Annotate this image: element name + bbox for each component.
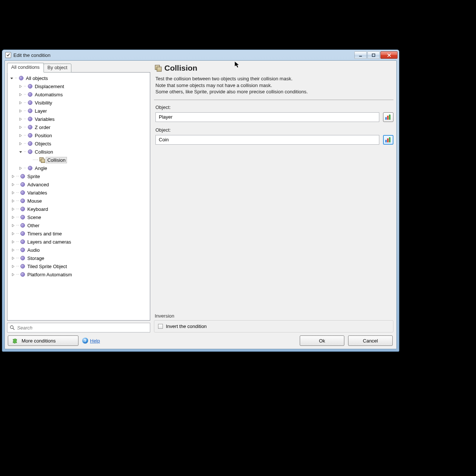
detail-heading: Collision (164, 64, 197, 73)
bullet-icon (20, 182, 25, 187)
tab-by-object[interactable]: By object (44, 64, 71, 73)
puzzle-icon (12, 338, 18, 344)
search-input[interactable] (17, 325, 148, 331)
bullet-icon (28, 117, 32, 121)
caret-right-icon[interactable] (11, 273, 15, 277)
caret-right-icon[interactable] (11, 232, 15, 236)
divider (154, 100, 393, 100)
left-panel: All conditions By object ·· All objects … (7, 63, 150, 332)
ok-button[interactable]: Ok (300, 335, 344, 346)
caret-right-icon[interactable] (11, 248, 15, 252)
caret-right-icon[interactable] (11, 183, 15, 187)
caret-right-icon[interactable] (19, 117, 23, 121)
object1-picker-button[interactable] (383, 112, 393, 122)
bullet-icon (28, 84, 32, 89)
close-button[interactable] (380, 51, 398, 59)
caret-right-icon[interactable] (11, 223, 15, 228)
caret-right-icon[interactable] (11, 256, 15, 260)
tree-node-variables2[interactable]: Variables (26, 190, 49, 196)
tree-node-displacement[interactable]: Displacement (33, 83, 66, 90)
caret-right-icon[interactable] (19, 142, 23, 146)
window-controls (354, 51, 398, 59)
caret-right-icon[interactable] (19, 93, 23, 97)
tree-node-mouse[interactable]: Mouse (26, 198, 44, 204)
tree-node-storage[interactable]: Storage (26, 255, 46, 261)
caret-right-icon[interactable] (11, 215, 15, 219)
svg-rect-0 (359, 56, 362, 57)
bullet-icon (28, 125, 32, 129)
tree-leaf-collision[interactable]: Collision (46, 157, 67, 163)
tree-node-advanced[interactable]: Advanced (26, 181, 51, 188)
detail-description: Test the collision between two objects u… (154, 73, 393, 98)
collision-icon (39, 157, 45, 163)
caret-down-icon[interactable] (10, 76, 14, 80)
svg-line-3 (13, 328, 15, 330)
minimize-button[interactable] (354, 51, 367, 59)
caret-right-icon[interactable] (11, 207, 15, 211)
invert-checkbox[interactable] (158, 324, 163, 329)
window-body: All conditions By object ·· All objects … (4, 60, 397, 349)
tree-node-collision[interactable]: Collision (33, 149, 55, 155)
tree-node-visibility[interactable]: Visibility (33, 100, 54, 106)
right-panel: Collision Test the collision between two… (154, 63, 393, 332)
bullet-icon (28, 149, 32, 154)
caret-right-icon[interactable] (11, 264, 15, 268)
bullet-icon (20, 223, 25, 228)
caret-right-icon[interactable] (11, 199, 15, 203)
bullet-icon (28, 141, 32, 146)
bullet-icon (20, 248, 25, 252)
invert-label[interactable]: Invert the condition (166, 324, 207, 329)
cancel-button[interactable]: Cancel (348, 335, 393, 346)
more-conditions-button[interactable]: More conditions (8, 335, 78, 346)
titlebar[interactable]: Edit the condition (2, 50, 399, 60)
tree-node-timers[interactable]: Timers and time (26, 231, 64, 237)
svg-rect-1 (372, 54, 375, 56)
dialog-footer: More conditions ? Help Ok Cancel (5, 333, 396, 349)
tree-node-layers[interactable]: Layers and cameras (26, 239, 73, 245)
tree-node-keyboard[interactable]: Keyboard (26, 206, 50, 212)
tree-node-angle[interactable]: Angle (33, 165, 49, 171)
tree-node-scene[interactable]: Scene (26, 214, 43, 221)
tree-node-position[interactable]: Position (33, 132, 54, 139)
tab-all-conditions[interactable]: All conditions (7, 63, 44, 73)
caret-right-icon[interactable] (11, 191, 15, 195)
caret-right-icon[interactable] (19, 125, 23, 129)
bullet-icon (28, 109, 32, 113)
object-picker-icon (385, 137, 391, 142)
tree-node-variables[interactable]: Variables (33, 116, 56, 122)
help-link[interactable]: ? Help (82, 338, 100, 344)
caret-right-icon[interactable] (19, 109, 23, 113)
tree-node-objects[interactable]: Objects (33, 141, 53, 147)
bullet-icon (28, 100, 32, 105)
bullet-icon (28, 133, 32, 138)
caret-right-icon[interactable] (19, 101, 23, 105)
tree-node-audio[interactable]: Audio (26, 247, 41, 253)
tree-node-other[interactable]: Other (26, 222, 41, 229)
conditions-tree[interactable]: ·· All objects ··Displacement ··Automati… (7, 72, 150, 321)
search-box[interactable] (7, 323, 150, 332)
tree-node-zorder[interactable]: Z order (33, 124, 52, 131)
caret-right-icon[interactable] (19, 166, 23, 170)
bullet-icon (20, 272, 25, 277)
caret-down-icon[interactable] (19, 150, 23, 154)
search-icon (10, 325, 15, 330)
caret-right-icon[interactable] (11, 174, 15, 178)
maximize-button[interactable] (367, 51, 380, 59)
tree-node-platform[interactable]: Platform Automatism (26, 271, 74, 278)
object2-input[interactable] (155, 135, 379, 145)
object-picker-icon (385, 115, 391, 120)
caret-right-icon[interactable] (11, 240, 15, 244)
caret-right-icon[interactable] (19, 134, 23, 138)
field2-label: Object: (155, 127, 393, 133)
tree-node-all-objects[interactable]: All objects (25, 75, 49, 81)
object2-picker-button[interactable] (383, 135, 393, 145)
tree-node-layer[interactable]: Layer (33, 108, 49, 114)
tree-dots: ·· (15, 76, 18, 80)
tree-node-tiled[interactable]: Tiled Sprite Object (26, 263, 68, 270)
tree-node-automatisms[interactable]: Automatisms (33, 91, 64, 98)
bullet-icon (20, 190, 25, 195)
object1-input[interactable] (155, 112, 379, 122)
tree-node-sprite[interactable]: Sprite (26, 173, 42, 180)
app-icon (5, 52, 11, 58)
caret-right-icon[interactable] (19, 84, 23, 89)
